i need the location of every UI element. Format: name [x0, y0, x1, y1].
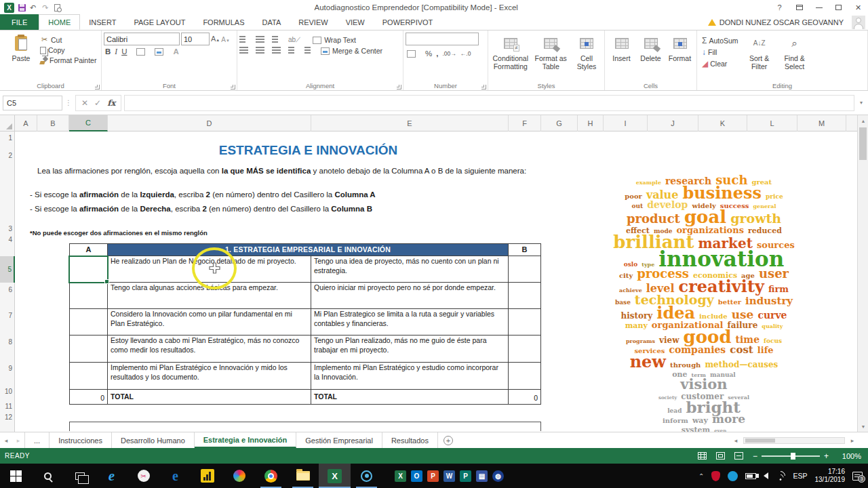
formula-bar-grip[interactable]: ⋮ [65, 99, 73, 106]
comma-style-button[interactable]: , [436, 49, 438, 58]
percent-style-button[interactable]: % [425, 49, 432, 58]
ribbon-tab-file[interactable]: FILE [0, 14, 39, 30]
ribbon-tab-review[interactable]: REVIEW [290, 14, 336, 30]
save-button[interactable] [18, 4, 26, 12]
font-size-select[interactable]: 10 [181, 33, 210, 45]
confirm-entry-icon[interactable]: ✓ [94, 98, 101, 108]
alignment-dialog-launcher[interactable] [397, 85, 401, 89]
insert-cells-button[interactable]: Insert [607, 33, 636, 81]
answer-b-cell-5[interactable] [509, 363, 541, 390]
ribbon-tab-view[interactable]: VIEW [337, 14, 374, 30]
align-left-icon[interactable] [239, 47, 250, 55]
screen-capture-button[interactable]: ✂ [127, 464, 159, 488]
shrink-font-button[interactable]: A▼ [221, 33, 230, 45]
page-layout-view-icon[interactable] [716, 452, 725, 460]
sheet-tab-estrategia-e-innovación[interactable]: Estrategia e Innovación [195, 432, 296, 448]
answer-a-cell-2[interactable] [69, 283, 108, 309]
clipboard-dialog-launcher[interactable] [95, 85, 100, 89]
prev-sheet-icon[interactable]: ◂ [0, 432, 12, 448]
cut-button[interactable]: ✂Cut [40, 35, 96, 44]
column-header-f[interactable]: F [509, 115, 541, 131]
fill-color-icon[interactable] [155, 48, 163, 56]
scroll-up-icon[interactable]: ▲ [858, 115, 868, 126]
zoom-thumb[interactable] [791, 453, 795, 460]
zoom-slider[interactable]: − + [753, 451, 829, 461]
file-explorer-button[interactable] [287, 464, 319, 488]
expand-formula-bar-icon[interactable]: ▾ [857, 100, 865, 106]
ribbon-tab-home[interactable]: HOME [39, 14, 80, 30]
sheet-overflow-tab[interactable]: ... [24, 432, 50, 448]
battery-icon[interactable] [745, 473, 756, 479]
tray-expand-icon[interactable]: ⌃ [698, 472, 704, 480]
sheet-tab-resultados[interactable]: Resultados [382, 432, 438, 448]
underline-button[interactable]: U [121, 47, 127, 56]
column-header-g[interactable]: G [541, 115, 578, 131]
ribbon-tab-powerpivot[interactable]: POWERPIVOT [374, 14, 442, 30]
scroll-down-icon[interactable]: ▼ [858, 421, 868, 432]
font-dialog-launcher[interactable] [231, 85, 235, 89]
row-header-5[interactable]: 5 [0, 256, 15, 283]
cancel-entry-icon[interactable]: ✕ [81, 98, 88, 108]
selected-cell-c5[interactable] [68, 256, 108, 283]
horizontal-scroll-thumb[interactable] [745, 439, 775, 443]
column-header-l[interactable]: L [747, 115, 797, 131]
column-header-c[interactable]: C [69, 115, 108, 131]
orientation-button[interactable]: ab⟋ [288, 36, 300, 44]
align-center-icon[interactable] [256, 47, 267, 55]
answer-b-cell-2[interactable] [509, 283, 541, 309]
normal-view-icon[interactable] [698, 452, 707, 460]
answer-b-cell-3[interactable] [509, 309, 541, 336]
power-bi-button[interactable] [191, 464, 223, 488]
excel-app-icon[interactable]: X [4, 3, 14, 13]
outlook-mini-icon[interactable]: O [411, 470, 422, 482]
row-header-4[interactable]: 4 [8, 236, 12, 243]
find-select-button[interactable]: ⌕ Find & Select [777, 33, 812, 81]
decrease-decimal-button[interactable]: ←.0 [460, 50, 471, 57]
accounting-format-icon[interactable] [407, 50, 416, 58]
row-header-2[interactable]: 2 [8, 152, 12, 159]
row-header-6[interactable]: 6 [8, 286, 12, 293]
hscroll-left-icon[interactable]: ◂ [730, 437, 742, 444]
powerpoint-mini-icon[interactable]: P [427, 470, 439, 482]
zoom-in-icon[interactable]: + [824, 451, 829, 461]
increase-indent-icon[interactable] [304, 47, 315, 55]
account-area[interactable]: DONDI NUNEZ OSCAR GEOVANNY [708, 14, 868, 30]
wrap-text-button[interactable]: Wrap Text [313, 36, 356, 44]
vertical-scroll-thumb[interactable] [859, 127, 867, 160]
tray-app-icon[interactable] [728, 471, 738, 481]
column-header-j[interactable]: J [648, 115, 698, 131]
answer-a-cell-5[interactable] [69, 363, 108, 390]
paste-button[interactable]: Paste [2, 33, 40, 81]
excel-mini-icon[interactable]: X [395, 470, 406, 482]
row-header-9[interactable]: 9 [8, 365, 12, 372]
antivirus-icon[interactable] [711, 471, 720, 481]
row-header-11[interactable]: 11 [5, 403, 12, 410]
format-cells-button[interactable]: Format [665, 33, 694, 81]
excel-taskbar-button[interactable]: X [319, 464, 351, 488]
sort-filter-button[interactable]: A↓Z Sort & Filter [742, 33, 777, 81]
print-preview-button[interactable] [54, 4, 62, 12]
taskbar-clock[interactable]: 17:16 13/1/2019 [815, 468, 846, 485]
format-as-table-button[interactable]: Format as Table [530, 33, 570, 81]
ribbon-tab-page-layout[interactable]: PAGE LAYOUT [125, 14, 194, 30]
sheet-tab-gestión-empresarial[interactable]: Gestión Empresarial [296, 432, 382, 448]
taskbar-search-button[interactable] [32, 464, 64, 488]
edge-button[interactable]: e [159, 464, 191, 488]
row-header-7[interactable]: 7 [8, 312, 12, 319]
row-header-3[interactable]: 3 [8, 225, 12, 232]
top-align-icon[interactable] [239, 36, 250, 44]
bold-button[interactable]: B [105, 47, 111, 56]
format-painter-button[interactable]: Format Painter [40, 56, 96, 64]
column-header-a[interactable]: A [15, 115, 37, 131]
decrease-indent-icon[interactable] [288, 47, 299, 55]
clear-button[interactable]: ◢Clear [702, 59, 742, 68]
copy-button[interactable]: Copy [40, 46, 96, 54]
row-header-10[interactable]: 10 [5, 388, 12, 395]
vertical-scrollbar[interactable]: ▲ ▼ [857, 115, 868, 432]
page-break-view-icon[interactable] [734, 452, 743, 460]
row-header-8[interactable]: 8 [8, 338, 12, 346]
font-color-button[interactable]: A [173, 47, 178, 56]
bottom-align-icon[interactable] [272, 36, 283, 44]
word-mini-icon[interactable]: W [443, 470, 455, 482]
number-format-select[interactable] [406, 33, 479, 45]
